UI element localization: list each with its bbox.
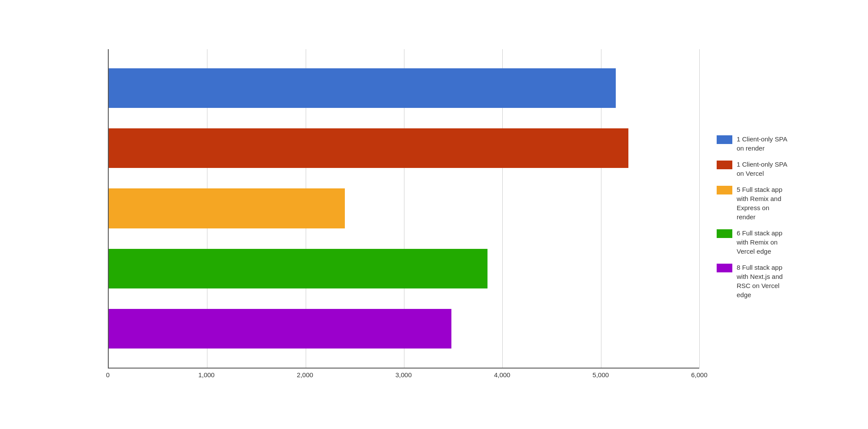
bar-row — [109, 178, 699, 238]
x-tick-label-0: 0 — [106, 371, 110, 379]
bar-0 — [109, 68, 616, 108]
legend-text-4: 8 Full stack app with Next.js and RSC on… — [737, 263, 783, 299]
bar-3 — [109, 249, 487, 288]
bar-row — [109, 299, 699, 359]
x-tick-label-1: 1,000 — [198, 371, 215, 379]
bar-2 — [109, 188, 345, 228]
bar-1 — [109, 128, 628, 168]
legend-color-1 — [717, 161, 732, 169]
legend-text-1: 1 Client-only SPA on Vercel — [737, 160, 787, 178]
bar-row — [109, 238, 699, 298]
x-tick-label-3: 3,000 — [395, 371, 412, 379]
y-axis-label — [30, 49, 108, 384]
x-tick-label-5: 5,000 — [593, 371, 609, 379]
grid-line — [699, 49, 700, 368]
legend-color-3 — [717, 229, 732, 238]
legend-text-3: 6 Full stack app with Remix on Vercel ed… — [737, 228, 782, 256]
legend-color-2 — [717, 186, 732, 194]
legend-item-0: 1 Client-only SPA on render — [717, 134, 838, 153]
legend-item-2: 5 Full stack app with Remix and Express … — [717, 185, 838, 221]
bar-4 — [109, 309, 451, 349]
x-axis-labels: 01,0002,0003,0004,0005,0006,000 — [108, 371, 699, 384]
legend-color-4 — [717, 264, 732, 272]
chart-body: 01,0002,0003,0004,0005,0006,000 1 Client… — [30, 49, 838, 384]
legend-item-1: 1 Client-only SPA on Vercel — [717, 160, 838, 178]
legend-item-4: 8 Full stack app with Next.js and RSC on… — [717, 263, 838, 299]
chart-container: 01,0002,0003,0004,0005,0006,000 1 Client… — [21, 19, 847, 410]
x-tick-label-4: 4,000 — [494, 371, 511, 379]
legend-text-0: 1 Client-only SPA on render — [737, 134, 787, 153]
x-tick-label-6: 6,000 — [691, 371, 708, 379]
bars-wrapper — [109, 58, 699, 359]
plot-area: 01,0002,0003,0004,0005,0006,000 — [108, 49, 699, 384]
legend-text-2: 5 Full stack app with Remix and Express … — [737, 185, 782, 221]
legend-item-3: 6 Full stack app with Remix on Vercel ed… — [717, 228, 838, 256]
bar-row — [109, 118, 699, 178]
legend: 1 Client-only SPA on render1 Client-only… — [699, 49, 838, 384]
legend-color-0 — [717, 135, 732, 144]
bar-row — [109, 58, 699, 118]
grid-and-bars — [108, 49, 699, 369]
x-tick-label-2: 2,000 — [297, 371, 314, 379]
